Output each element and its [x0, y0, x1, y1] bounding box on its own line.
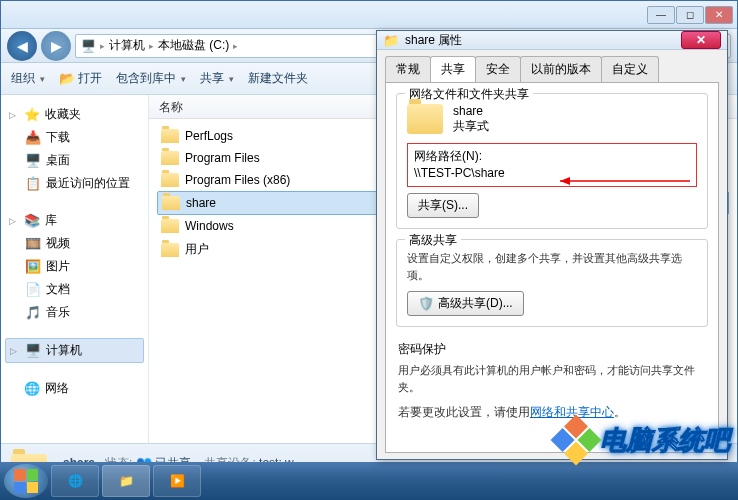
toolbar-open[interactable]: 📂打开 — [59, 70, 102, 87]
tab-content: 网络文件和文件夹共享 share 共享式 网络路径(N): \\TEST-PC\… — [385, 82, 719, 453]
disclosure-icon: ▷ — [10, 346, 20, 356]
minimize-button[interactable]: — — [647, 6, 675, 24]
sidebar-network[interactable]: 🌐网络 — [5, 377, 144, 400]
taskbar: 🌐 📁 ▶️ — [0, 462, 738, 500]
sidebar-item-downloads[interactable]: 📥下载 — [5, 126, 144, 149]
disclosure-icon: ▷ — [9, 216, 19, 226]
share-mode: 共享式 — [453, 118, 489, 135]
explorer-icon: 📁 — [119, 474, 134, 488]
tab-previous[interactable]: 以前的版本 — [520, 56, 602, 82]
sidebar-item-label: 音乐 — [46, 304, 70, 321]
sidebar-computer[interactable]: ▷🖥️计算机 — [5, 338, 144, 363]
pwd-change-suffix: 。 — [614, 405, 626, 419]
download-icon: 📥 — [25, 130, 41, 146]
tab-general[interactable]: 常规 — [385, 56, 431, 82]
shield-icon: 🛡️ — [418, 295, 434, 311]
pwd-change-prefix: 若要更改此设置，请使用 — [398, 405, 530, 419]
window-controls: — ◻ ✕ — [647, 6, 733, 24]
folder-icon — [161, 219, 179, 233]
tab-sharing[interactable]: 共享 — [430, 56, 476, 82]
folder-icon — [161, 243, 179, 257]
chevron-right-icon: ▸ — [100, 41, 105, 51]
properties-dialog: 📁 share 属性 ✕ 常规 共享 安全 以前的版本 自定义 网络文件和文件夹… — [376, 30, 728, 460]
sidebar-item-recent[interactable]: 📋最近访问的位置 — [5, 172, 144, 195]
media-icon: ▶️ — [170, 474, 185, 488]
toolbar-organize[interactable]: 组织 — [11, 70, 45, 87]
desktop-icon: 🖥️ — [25, 153, 41, 169]
video-icon: 🎞️ — [25, 236, 41, 252]
document-icon: 📄 — [25, 282, 41, 298]
file-name: Program Files — [185, 151, 260, 165]
star-icon: ⭐ — [24, 107, 40, 123]
folder-icon — [161, 129, 179, 143]
toolbar-open-label: 打开 — [78, 70, 102, 87]
advanced-sharing-btn-label: 高级共享(D)... — [438, 295, 513, 312]
library-icon: 📚 — [24, 213, 40, 229]
computer-icon: 🖥️ — [25, 343, 41, 359]
tab-custom[interactable]: 自定义 — [601, 56, 659, 82]
sidebar-item-documents[interactable]: 📄文档 — [5, 278, 144, 301]
advanced-sharing-group: 高级共享 设置自定义权限，创建多个共享，并设置其他高级共享选项。 🛡️高级共享(… — [396, 239, 708, 327]
network-sharing-label: 网络文件和文件夹共享 — [405, 86, 533, 103]
start-button[interactable] — [4, 464, 48, 498]
sidebar-network-label: 网络 — [45, 380, 69, 397]
sidebar-item-music[interactable]: 🎵音乐 — [5, 301, 144, 324]
share-name: share — [453, 104, 489, 118]
sidebar-item-desktop[interactable]: 🖥️桌面 — [5, 149, 144, 172]
recent-icon: 📋 — [25, 176, 41, 192]
sidebar-item-pictures[interactable]: 🖼️图片 — [5, 255, 144, 278]
breadcrumb-drive[interactable]: 本地磁盘 (C:) — [158, 37, 229, 54]
maximize-button[interactable]: ◻ — [676, 6, 704, 24]
ie-icon: 🌐 — [68, 474, 83, 488]
folder-icon: 📁 — [383, 32, 399, 48]
sidebar-item-label: 桌面 — [46, 152, 70, 169]
password-protection-label: 密码保护 — [398, 341, 706, 358]
taskbar-media[interactable]: ▶️ — [153, 465, 201, 497]
file-name: share — [186, 196, 216, 210]
chevron-right-icon: ▸ — [233, 41, 238, 51]
toolbar-include[interactable]: 包含到库中 — [116, 70, 186, 87]
network-sharing-group: 网络文件和文件夹共享 share 共享式 网络路径(N): \\TEST-PC\… — [396, 93, 708, 229]
dialog-close-button[interactable]: ✕ — [681, 31, 721, 49]
file-name: PerfLogs — [185, 129, 233, 143]
tab-security[interactable]: 安全 — [475, 56, 521, 82]
sidebar-item-label: 最近访问的位置 — [46, 175, 130, 192]
sidebar: ▷⭐收藏夹 📥下载 🖥️桌面 📋最近访问的位置 ▷📚库 🎞️视频 🖼️图片 📄文… — [1, 95, 149, 443]
password-protection-group: 密码保护 用户必须具有此计算机的用户帐户和密码，才能访问共享文件夹。 若要更改此… — [396, 337, 708, 432]
sidebar-item-label: 视频 — [46, 235, 70, 252]
picture-icon: 🖼️ — [25, 259, 41, 275]
open-icon: 📂 — [59, 71, 75, 87]
sidebar-item-label: 文档 — [46, 281, 70, 298]
titlebar: — ◻ ✕ — [1, 1, 737, 29]
folder-icon — [161, 151, 179, 165]
file-name: Windows — [185, 219, 234, 233]
toolbar-share[interactable]: 共享 — [200, 70, 234, 87]
dialog-tabs: 常规 共享 安全 以前的版本 自定义 — [377, 50, 727, 82]
sidebar-libraries[interactable]: ▷📚库 — [5, 209, 144, 232]
share-button[interactable]: 共享(S)... — [407, 193, 479, 218]
taskbar-ie[interactable]: 🌐 — [51, 465, 99, 497]
forward-button[interactable]: ▶ — [41, 31, 71, 61]
breadcrumb-computer[interactable]: 计算机 — [109, 37, 145, 54]
sidebar-item-label: 图片 — [46, 258, 70, 275]
advanced-sharing-button[interactable]: 🛡️高级共享(D)... — [407, 291, 524, 316]
chevron-right-icon: ▸ — [149, 41, 154, 51]
back-button[interactable]: ◀ — [7, 31, 37, 61]
watermark: 电脑系统吧 — [558, 422, 730, 458]
computer-icon: 🖥️ — [80, 38, 96, 54]
dialog-titlebar[interactable]: 📁 share 属性 ✕ — [377, 31, 727, 50]
sidebar-computer-label: 计算机 — [46, 342, 82, 359]
file-name: Program Files (x86) — [185, 173, 290, 187]
sidebar-item-label: 下载 — [46, 129, 70, 146]
toolbar-new-folder[interactable]: 新建文件夹 — [248, 70, 308, 87]
watermark-logo-icon — [551, 415, 602, 466]
watermark-text: 电脑系统吧 — [600, 423, 730, 458]
dialog-title: share 属性 — [405, 32, 462, 49]
sidebar-item-videos[interactable]: 🎞️视频 — [5, 232, 144, 255]
music-icon: 🎵 — [25, 305, 41, 321]
taskbar-explorer[interactable]: 📁 — [102, 465, 150, 497]
file-name: 用户 — [185, 241, 209, 258]
sidebar-favorites[interactable]: ▷⭐收藏夹 — [5, 103, 144, 126]
close-button[interactable]: ✕ — [705, 6, 733, 24]
windows-logo-icon — [14, 469, 38, 493]
